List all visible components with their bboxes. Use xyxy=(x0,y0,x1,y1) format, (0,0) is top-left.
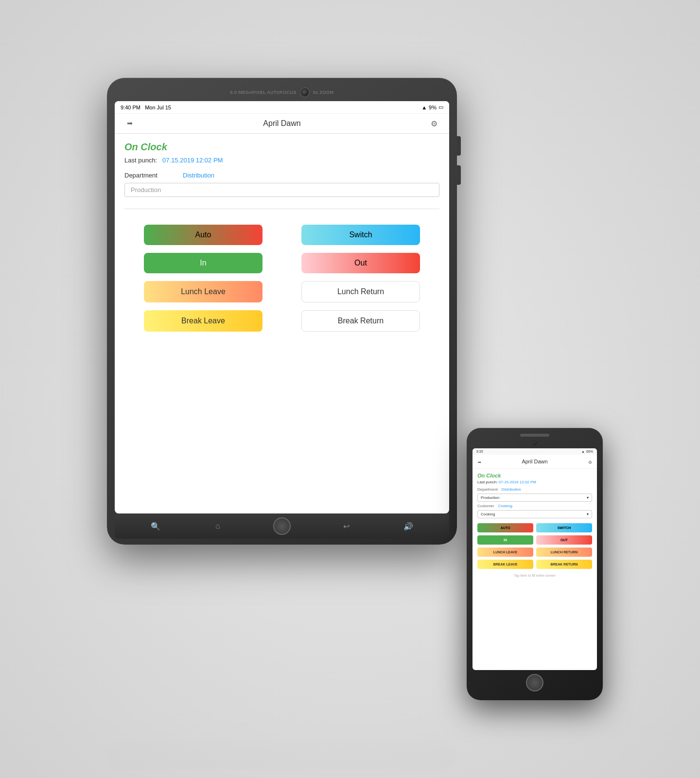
phone-camera xyxy=(532,441,537,445)
back-arrow-icon[interactable] xyxy=(122,118,137,129)
on-clock-status: On Clock xyxy=(124,141,439,153)
department-row: Department Distribution xyxy=(124,172,439,179)
phone-dept-row: Department Distribution xyxy=(477,487,592,492)
phone-status-bar: 9:35 ▲ 66% xyxy=(472,448,597,455)
phone-dept-value: Distribution xyxy=(502,487,521,492)
lunch-leave-button[interactable]: Lunch Leave xyxy=(144,281,262,302)
phone-break-leave-button[interactable]: BREAK LEAVE xyxy=(477,560,533,569)
lunch-return-button[interactable]: Lunch Return xyxy=(301,281,420,302)
phone-device: 9:35 ▲ 66% April Dawn On Clock xyxy=(467,428,603,700)
in-button[interactable]: In xyxy=(144,253,262,273)
department-dropdown[interactable]: Production xyxy=(124,183,439,197)
break-return-button[interactable]: Break Return xyxy=(301,310,420,332)
phone-lunch-leave-button[interactable]: LUNCH LEAVE xyxy=(477,548,533,557)
phone-status-icons: ▲ 66% xyxy=(581,450,593,453)
phone-on-clock: On Clock xyxy=(477,473,592,478)
phone-auto-button[interactable]: AUTO xyxy=(477,523,533,532)
nav-title: April Dawn xyxy=(263,119,300,128)
back-button[interactable]: ↩ xyxy=(339,519,353,533)
auto-button[interactable]: Auto xyxy=(144,225,262,245)
status-time: 9:40 PM Mon Jul 15 xyxy=(121,105,171,110)
phone-customer-dropdown[interactable]: Cooking ▾ xyxy=(477,510,592,518)
phone-back-icon[interactable] xyxy=(477,457,481,466)
volume-button-side[interactable] xyxy=(457,165,461,185)
phone-tap-hint[interactable]: Tap here to fill entire screen xyxy=(477,574,592,577)
punch-button-grid: Auto Switch In Out Lunch Leave Lunch Ret… xyxy=(124,225,439,332)
tablet-camera-lens xyxy=(300,88,309,97)
phone-punch-grid: AUTO SWITCH IN OUT LUNCH LEAVE LUNCH RET… xyxy=(477,523,592,569)
phone-settings-icon[interactable] xyxy=(588,457,592,466)
tablet-camera-bar: 6.0 MEGAPIXEL AUTOFOCUS 5x ZOOM xyxy=(115,86,449,99)
camera-text-left: 6.0 MEGAPIXEL AUTOFOCUS xyxy=(230,90,297,95)
camera-text-right: 5x ZOOM xyxy=(313,90,334,95)
phone-nav-bar: April Dawn xyxy=(472,455,597,469)
phone-wifi-icon: ▲ xyxy=(581,450,585,453)
phone-lunch-return-button[interactable]: LUNCH RETURN xyxy=(536,548,592,557)
phone-customer-value: Cooking xyxy=(498,504,512,508)
phone-battery: 66% xyxy=(586,450,593,453)
divider xyxy=(124,209,439,209)
phone-dept-dropdown[interactable]: Production ▾ xyxy=(477,494,592,502)
status-icons: ▲ 9% ▭ xyxy=(421,104,443,110)
phone-app-content: On Clock Last punch: 07-15-2019 12:02 PM… xyxy=(472,469,597,581)
department-value: Distribution xyxy=(183,172,214,179)
power-button[interactable] xyxy=(457,136,461,156)
home-button-icon[interactable]: ⌂ xyxy=(211,519,225,533)
switch-button[interactable]: Switch xyxy=(301,225,420,245)
tablet-reflection xyxy=(107,739,457,768)
tablet-nav-bar: April Dawn xyxy=(115,114,449,134)
out-button[interactable]: Out xyxy=(301,253,420,273)
phone-customer-row: Customer Cooking xyxy=(477,504,592,508)
wifi-icon: ▲ xyxy=(421,105,427,110)
phone-switch-button[interactable]: SWITCH xyxy=(536,523,592,532)
phone-nav-title: April Dawn xyxy=(522,459,547,464)
phone-break-return-button[interactable]: BREAK RETURN xyxy=(536,560,592,569)
tablet-device: 6.0 MEGAPIXEL AUTOFOCUS 5x ZOOM 9:40 PM … xyxy=(107,78,457,545)
phone-speaker xyxy=(520,434,549,437)
phone-home-button[interactable] xyxy=(526,674,543,691)
phone-last-punch-val: 07-15-2019 12:02 PM xyxy=(499,480,536,484)
settings-icon[interactable] xyxy=(427,118,441,129)
phone-screen: 9:35 ▲ 66% April Dawn On Clock xyxy=(472,448,597,670)
battery-icon: ▭ xyxy=(438,104,443,110)
tablet-status-bar: 9:40 PM Mon Jul 15 ▲ 9% ▭ xyxy=(115,101,449,114)
tablet-screen: 9:40 PM Mon Jul 15 ▲ 9% ▭ April Dawn xyxy=(115,101,449,513)
home-button[interactable] xyxy=(273,517,291,535)
last-punch-value: 07.15.2019 12:02 PM xyxy=(162,157,223,164)
phone-time: 9:35 xyxy=(476,450,483,453)
volume-button[interactable]: 🔊 xyxy=(402,519,415,533)
search-button[interactable]: 🔍 xyxy=(149,519,162,533)
phone-out-button[interactable]: OUT xyxy=(536,535,592,545)
tablet-app-content: On Clock Last punch: 07.15.2019 12:02 PM… xyxy=(115,134,449,339)
phone-last-punch: Last punch: 07-15-2019 12:02 PM xyxy=(477,480,592,484)
tablet-bottom-bar: 🔍 ⌂ ↩ 🔊 xyxy=(115,513,449,539)
battery-percent: 9% xyxy=(429,105,437,110)
last-punch-row: Last punch: 07.15.2019 12:02 PM xyxy=(124,157,439,164)
scene: 6.0 MEGAPIXEL AUTOFOCUS 5x ZOOM 9:40 PM … xyxy=(83,49,617,729)
break-leave-button[interactable]: Break Leave xyxy=(144,310,262,332)
phone-in-button[interactable]: IN xyxy=(477,535,533,545)
